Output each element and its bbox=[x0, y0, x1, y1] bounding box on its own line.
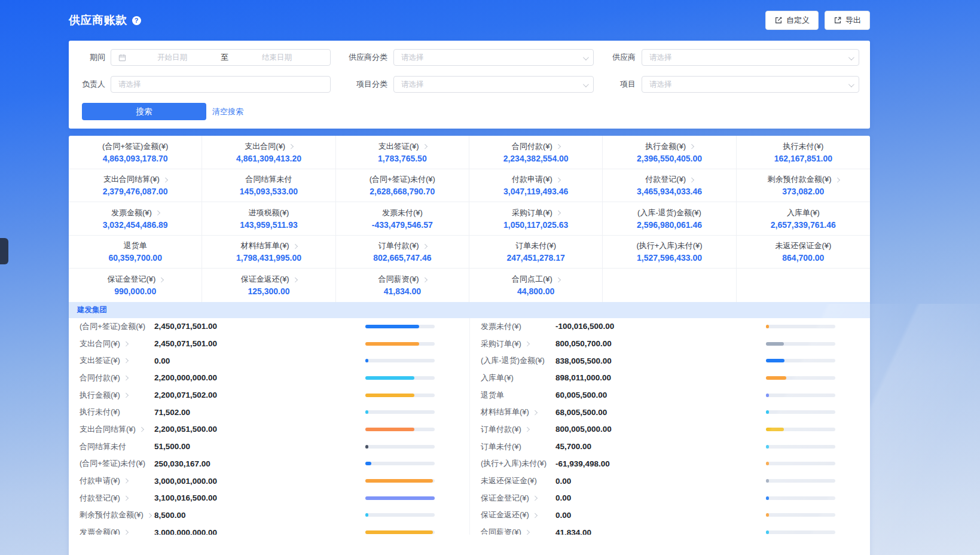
detail-label: 入库单(¥) bbox=[470, 373, 555, 383]
chevron-right-icon bbox=[422, 277, 427, 282]
detail-label[interactable]: 采购订单(¥) bbox=[470, 339, 555, 349]
group-header: 建发集团 bbox=[69, 302, 870, 318]
progress-bar-fill bbox=[365, 530, 433, 534]
chevron-right-icon bbox=[155, 211, 160, 215]
supplier-select[interactable]: 请选择 bbox=[642, 49, 859, 66]
detail-label[interactable]: 材料结算单(¥) bbox=[470, 407, 555, 417]
chevron-right-icon bbox=[139, 427, 144, 432]
detail-row: 支出签证(¥) 0.00 bbox=[69, 352, 469, 370]
metric-label: 支出合同结算(¥) bbox=[103, 174, 167, 185]
summary-metric-cell[interactable]: 合同薪资(¥) 41,834.00 bbox=[336, 269, 469, 302]
detail-row: (执行+入库)未付(¥) -61,939,498.00 bbox=[470, 455, 870, 472]
detail-value: 68,005,500.00 bbox=[555, 408, 766, 417]
metric-label: 订单未付(¥) bbox=[515, 240, 556, 251]
progress-bar-fill bbox=[365, 394, 414, 397]
progress-bar-fill bbox=[766, 479, 769, 483]
summary-metric-cell[interactable]: 保证金返还(¥) 125,300.00 bbox=[202, 269, 335, 302]
progress-bar-track bbox=[365, 445, 435, 449]
clear-search-link[interactable]: 清空搜索 bbox=[212, 103, 243, 120]
detail-value: 800,005,000.00 bbox=[555, 425, 766, 434]
progress-bar-track bbox=[766, 462, 835, 465]
filter-panel: 期间 开始日期 至 结束日期 供应商分类 请选择 供应商 请选择 负责人 请选择… bbox=[69, 41, 870, 129]
summary-metric-cell[interactable]: 合同点工(¥) 44,800.00 bbox=[469, 269, 603, 302]
owner-select[interactable]: 请选择 bbox=[111, 76, 331, 93]
detail-label[interactable]: 付款申请(¥) bbox=[69, 475, 154, 486]
chevron-down-icon bbox=[848, 81, 854, 87]
summary-metric-cell: (执行+入库)未付(¥) 1,527,596,433.00 bbox=[603, 236, 736, 269]
detail-label[interactable]: 支出合同结算(¥) bbox=[69, 424, 154, 435]
metric-label: 合同点工(¥) bbox=[512, 274, 560, 285]
summary-metric-cell[interactable]: 订单付款(¥) 802,665,747.46 bbox=[336, 236, 469, 269]
detail-row: 入库单(¥) 898,011,000.00 bbox=[470, 370, 870, 387]
summary-metric-cell[interactable]: 付款申请(¥) 3,047,119,493.46 bbox=[469, 169, 603, 203]
summary-metric-cell[interactable]: 保证金登记(¥) 990,000.00 bbox=[69, 269, 202, 302]
detail-value: 51,500.00 bbox=[154, 442, 365, 451]
chevron-right-icon bbox=[525, 530, 530, 534]
detail-label[interactable]: 合同付款(¥) bbox=[69, 373, 154, 383]
metric-value: 44,800.00 bbox=[517, 286, 554, 296]
chevron-right-icon bbox=[124, 376, 129, 380]
customize-button[interactable]: 自定义 bbox=[765, 11, 819, 30]
progress-bar-track bbox=[365, 325, 435, 328]
detail-label[interactable]: 订单付款(¥) bbox=[470, 424, 555, 435]
detail-label[interactable]: 保证金返还(¥) bbox=[470, 510, 555, 520]
metric-label: 入库单(¥) bbox=[787, 208, 820, 218]
summary-metric-cell[interactable]: 支出合同结算(¥) 2,379,476,087.00 bbox=[69, 169, 202, 203]
export-icon bbox=[834, 16, 842, 25]
detail-row: 采购订单(¥) 800,050,700.00 bbox=[470, 335, 870, 352]
summary-metric-cell[interactable]: 合同付款(¥) 2,234,382,554.00 bbox=[469, 136, 603, 169]
summary-metric-cell[interactable]: 支出合同(¥) 4,861,309,413.20 bbox=[202, 136, 335, 169]
detail-column-left: (合同+签证)金额(¥) 2,450,071,501.00 支出合同(¥) 2,… bbox=[69, 318, 469, 535]
metric-value: 4,863,093,178.70 bbox=[103, 154, 168, 163]
metric-value: 1,050,117,025.63 bbox=[503, 220, 568, 230]
date-range-input[interactable]: 开始日期 至 结束日期 bbox=[111, 49, 331, 66]
detail-label[interactable]: 合同薪资(¥) bbox=[470, 527, 555, 534]
summary-metric-cell[interactable]: 付款登记(¥) 3,465,934,033.46 bbox=[603, 169, 736, 203]
detail-label[interactable]: 执行金额(¥) bbox=[69, 390, 154, 401]
metric-label: 合同付款(¥) bbox=[512, 141, 560, 152]
detail-value: 60,005,500.00 bbox=[555, 391, 766, 400]
detail-label[interactable]: 支出合同(¥) bbox=[69, 339, 154, 349]
project-select[interactable]: 请选择 bbox=[642, 76, 859, 93]
progress-bar-fill bbox=[766, 359, 784, 362]
chevron-right-icon bbox=[289, 144, 294, 149]
metric-label: 剩余预付款金额(¥) bbox=[768, 174, 839, 185]
chevron-right-icon bbox=[147, 513, 152, 518]
group-name-link[interactable]: 建发集团 bbox=[77, 305, 107, 315]
summary-metric-cell[interactable]: 材料结算单(¥) 1,798,431,995.00 bbox=[202, 236, 335, 269]
progress-bar-track bbox=[766, 445, 835, 449]
metric-label: 支出签证(¥) bbox=[378, 141, 426, 152]
progress-bar-track bbox=[365, 376, 435, 380]
chevron-right-icon bbox=[533, 513, 538, 518]
summary-metric-cell[interactable]: 剩余预付款金额(¥) 373,082.00 bbox=[737, 169, 870, 203]
progress-bar-track bbox=[365, 359, 435, 362]
detail-label[interactable]: 付款登记(¥) bbox=[69, 493, 154, 504]
detail-label[interactable]: 发票金额(¥) bbox=[69, 527, 154, 534]
help-icon[interactable]: ? bbox=[132, 16, 141, 25]
search-button[interactable]: 搜索 bbox=[82, 103, 206, 120]
chevron-right-icon bbox=[556, 211, 561, 215]
summary-metric-cell[interactable]: 采购订单(¥) 1,050,117,025.63 bbox=[469, 202, 603, 236]
metric-label: 保证金返还(¥) bbox=[241, 274, 297, 285]
detail-value: -100,016,500.00 bbox=[555, 322, 766, 331]
detail-label[interactable]: 剩余预付款金额(¥) bbox=[69, 510, 154, 520]
detail-row: 未返还保证金(¥) 0.00 bbox=[470, 472, 870, 490]
side-drawer-handle[interactable] bbox=[0, 238, 8, 264]
progress-bar-fill bbox=[766, 530, 769, 534]
metric-value: 145,093,533.00 bbox=[240, 187, 298, 196]
summary-empty-cell bbox=[603, 269, 736, 302]
detail-value: 898,011,000.00 bbox=[555, 373, 766, 382]
summary-metric-cell[interactable]: 支出签证(¥) 1,783,765.50 bbox=[336, 136, 469, 169]
detail-label[interactable]: 保证金登记(¥) bbox=[470, 493, 555, 504]
detail-row: 执行未付(¥) 71,502.00 bbox=[69, 404, 469, 421]
progress-bar-fill bbox=[766, 410, 769, 414]
detail-row: 保证金登记(¥) 0.00 bbox=[470, 489, 870, 507]
progress-bar-track bbox=[365, 410, 435, 414]
metric-value: 990,000.00 bbox=[114, 286, 156, 296]
export-button[interactable]: 导出 bbox=[825, 11, 870, 30]
summary-metric-cell[interactable]: 发票金额(¥) 3,032,454,486.89 bbox=[69, 202, 202, 236]
summary-metric-cell[interactable]: 执行金额(¥) 2,396,550,405.00 bbox=[603, 136, 736, 169]
metric-value: 2,396,550,405.00 bbox=[637, 154, 702, 163]
owner-label: 负责人 bbox=[33, 76, 105, 93]
detail-label[interactable]: 支出签证(¥) bbox=[69, 355, 154, 366]
